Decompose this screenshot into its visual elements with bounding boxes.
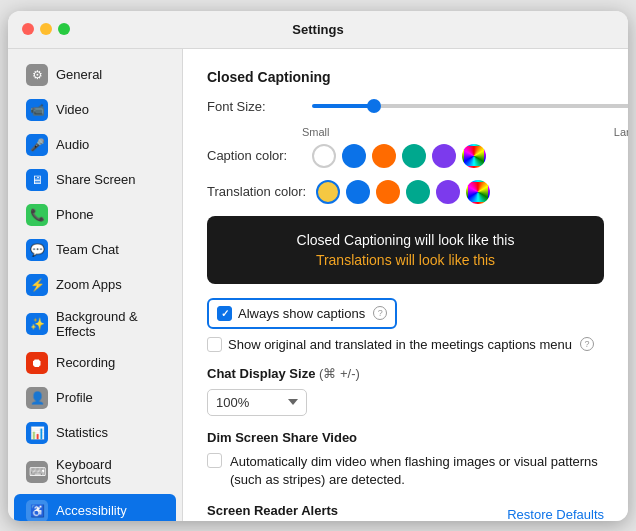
translation-color-label: Translation color:	[207, 184, 306, 199]
zoom-apps-icon: ⚡	[26, 274, 48, 296]
translation-color-circles	[316, 180, 490, 204]
dim-screen-title: Dim Screen Share Video	[207, 430, 604, 445]
caption-color-teal[interactable]	[402, 144, 426, 168]
sidebar-label-recording: Recording	[56, 355, 115, 370]
maximize-button[interactable]	[58, 23, 70, 35]
screen-reader-row: Screen Reader Alerts Restore Defaults	[207, 503, 604, 521]
screen-reader-section: Screen Reader Alerts Restore Defaults	[207, 503, 604, 521]
sidebar-item-accessibility[interactable]: ♿Accessibility	[14, 494, 176, 521]
sidebar-item-recording[interactable]: ⏺Recording	[14, 346, 176, 380]
sidebar-item-phone[interactable]: 📞Phone	[14, 198, 176, 232]
sidebar-item-general[interactable]: ⚙General	[14, 58, 176, 92]
always-captions-info-icon[interactable]: ?	[373, 306, 387, 320]
font-size-label: Font Size:	[207, 99, 302, 114]
closed-captioning-title: Closed Captioning	[207, 69, 604, 85]
dim-video-checkbox[interactable]	[207, 453, 222, 468]
slider-labels: Small Large	[302, 126, 628, 138]
sidebar-label-phone: Phone	[56, 207, 94, 222]
recording-icon: ⏺	[26, 352, 48, 374]
always-captions-box[interactable]: Always show captions ?	[207, 298, 397, 329]
audio-icon: 🎤	[26, 134, 48, 156]
chat-display-size-title: Chat Display Size (⌘ +/-)	[207, 366, 604, 381]
caption-color-blue[interactable]	[342, 144, 366, 168]
share-screen-icon: 🖥	[26, 169, 48, 191]
general-icon: ⚙	[26, 64, 48, 86]
dim-video-row: Automatically dim video when flashing im…	[207, 453, 604, 489]
settings-window: Settings ⚙General📹Video🎤Audio🖥Share Scre…	[8, 11, 628, 521]
caption-color-purple[interactable]	[432, 144, 456, 168]
title-bar: Settings	[8, 11, 628, 49]
chat-display-size-select[interactable]: 100% 90% 110% 125%	[207, 389, 307, 416]
sidebar-item-background-effects[interactable]: ✨Background & Effects	[14, 303, 176, 345]
font-size-slider[interactable]	[312, 104, 628, 108]
sidebar-item-video[interactable]: 📹Video	[14, 93, 176, 127]
caption-color-rainbow[interactable]	[462, 144, 486, 168]
sidebar-label-zoom-apps: Zoom Apps	[56, 277, 122, 292]
sidebar-label-profile: Profile	[56, 390, 93, 405]
translation-color-blue[interactable]	[346, 180, 370, 204]
show-original-checkbox[interactable]	[207, 337, 222, 352]
translation-color-rainbow[interactable]	[466, 180, 490, 204]
dim-screen-section: Dim Screen Share Video Automatically dim…	[207, 430, 604, 489]
sidebar-item-keyboard-shortcuts[interactable]: ⌨Keyboard Shortcuts	[14, 451, 176, 493]
preview-main-text: Closed Captioning will look like this	[227, 232, 584, 248]
statistics-icon: 📊	[26, 422, 48, 444]
show-original-container: Show original and translated in the meet…	[207, 337, 594, 352]
sidebar-item-team-chat[interactable]: 💬Team Chat	[14, 233, 176, 267]
caption-color-white[interactable]	[312, 144, 336, 168]
translation-color-orange[interactable]	[376, 180, 400, 204]
translation-color-teal[interactable]	[406, 180, 430, 204]
minimize-button[interactable]	[40, 23, 52, 35]
font-size-row: Font Size: (16)	[207, 99, 604, 114]
sidebar-label-share-screen: Share Screen	[56, 172, 136, 187]
translation-color-yellow[interactable]	[316, 180, 340, 204]
traffic-lights	[22, 23, 70, 35]
sidebar-label-audio: Audio	[56, 137, 89, 152]
chat-display-size-section: Chat Display Size (⌘ +/-) 100% 90% 110% …	[207, 366, 604, 416]
video-icon: 📹	[26, 99, 48, 121]
font-size-large: Large	[614, 126, 628, 138]
window-title: Settings	[292, 22, 343, 37]
background-effects-icon: ✨	[26, 313, 48, 335]
sidebar-label-general: General	[56, 67, 102, 82]
translation-color-row: Translation color:	[207, 180, 604, 204]
slider-container: (16)	[312, 99, 628, 114]
close-button[interactable]	[22, 23, 34, 35]
show-original-info-icon[interactable]: ?	[580, 337, 594, 351]
sidebar: ⚙General📹Video🎤Audio🖥Share Screen📞Phone💬…	[8, 49, 183, 521]
restore-defaults-link[interactable]: Restore Defaults	[507, 507, 604, 521]
preview-translation-text: Translations will look like this	[227, 252, 584, 268]
content-area: ⚙General📹Video🎤Audio🖥Share Screen📞Phone💬…	[8, 49, 628, 521]
sidebar-label-background-effects: Background & Effects	[56, 309, 164, 339]
caption-color-orange[interactable]	[372, 144, 396, 168]
sidebar-label-video: Video	[56, 102, 89, 117]
dim-video-label: Automatically dim video when flashing im…	[230, 453, 604, 489]
sidebar-item-share-screen[interactable]: 🖥Share Screen	[14, 163, 176, 197]
font-size-small: Small	[302, 126, 330, 138]
show-original-label: Show original and translated in the meet…	[228, 337, 572, 352]
main-content: Closed Captioning Font Size: (16) Small …	[183, 49, 628, 521]
caption-color-circles	[312, 144, 486, 168]
profile-icon: 👤	[26, 387, 48, 409]
translation-color-purple[interactable]	[436, 180, 460, 204]
caption-preview: Closed Captioning will look like this Tr…	[207, 216, 604, 284]
caption-color-label: Caption color:	[207, 148, 302, 163]
sidebar-label-team-chat: Team Chat	[56, 242, 119, 257]
always-show-captions-label: Always show captions	[238, 306, 365, 321]
caption-color-row: Caption color:	[207, 144, 604, 168]
sidebar-item-zoom-apps[interactable]: ⚡Zoom Apps	[14, 268, 176, 302]
sidebar-label-keyboard-shortcuts: Keyboard Shortcuts	[56, 457, 164, 487]
sidebar-item-statistics[interactable]: 📊Statistics	[14, 416, 176, 450]
sidebar-item-profile[interactable]: 👤Profile	[14, 381, 176, 415]
phone-icon: 📞	[26, 204, 48, 226]
always-show-captions-checkbox[interactable]	[217, 306, 232, 321]
screen-reader-title: Screen Reader Alerts	[207, 503, 338, 518]
sidebar-label-accessibility: Accessibility	[56, 503, 127, 518]
sidebar-item-audio[interactable]: 🎤Audio	[14, 128, 176, 162]
chat-shortcut: (⌘ +/-)	[319, 366, 360, 381]
show-original-row: Show original and translated in the meet…	[207, 337, 604, 352]
team-chat-icon: 💬	[26, 239, 48, 261]
sidebar-label-statistics: Statistics	[56, 425, 108, 440]
accessibility-icon: ♿	[26, 500, 48, 521]
keyboard-shortcuts-icon: ⌨	[26, 461, 48, 483]
